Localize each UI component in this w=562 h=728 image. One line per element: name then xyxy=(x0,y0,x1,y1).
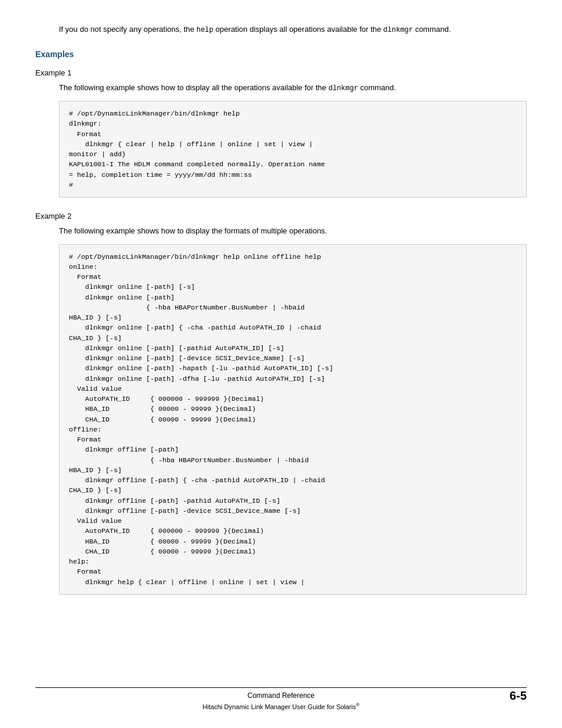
footer-center-text: Command Reference xyxy=(247,691,315,700)
example1-block: Example 1 The following example shows ho… xyxy=(35,68,527,197)
page-footer: Command Reference 6-5 Hitachi Dynamic Li… xyxy=(35,687,527,710)
example1-code: # /opt/DynamicLinkManager/bin/dlnkmgr he… xyxy=(59,101,527,197)
footer-bottom-text: Hitachi Dynamic Link Manager User Guide … xyxy=(203,703,356,710)
section-title: Examples xyxy=(35,50,527,59)
footer-bottom: Hitachi Dynamic Link Manager User Guide … xyxy=(35,702,527,710)
example2-code: # /opt/DynamicLinkManager/bin/dlnkmgr he… xyxy=(59,244,527,595)
intro-paragraph: If you do not specify any operations, th… xyxy=(35,24,527,35)
intro-text-part1: If you do not specify any operations, th… xyxy=(59,25,451,34)
example2-description: The following example shows how to displ… xyxy=(35,225,527,237)
example1-desc-code: dlnkmgr xyxy=(328,84,358,93)
page-container: If you do not specify any operations, th… xyxy=(0,0,562,728)
example1-label: Example 1 xyxy=(35,68,527,77)
intro-code-dlnkmgr: dlnkmgr xyxy=(384,26,413,34)
example1-description: The following example shows how to displ… xyxy=(35,82,527,94)
footer-trademark: ® xyxy=(356,702,359,707)
example2-block: Example 2 The following example shows ho… xyxy=(35,212,527,595)
footer-top: Command Reference 6-5 xyxy=(35,691,527,700)
footer-page-number: 6-5 xyxy=(510,689,527,703)
example2-label: Example 2 xyxy=(35,212,527,220)
intro-code-help: help xyxy=(196,26,213,34)
